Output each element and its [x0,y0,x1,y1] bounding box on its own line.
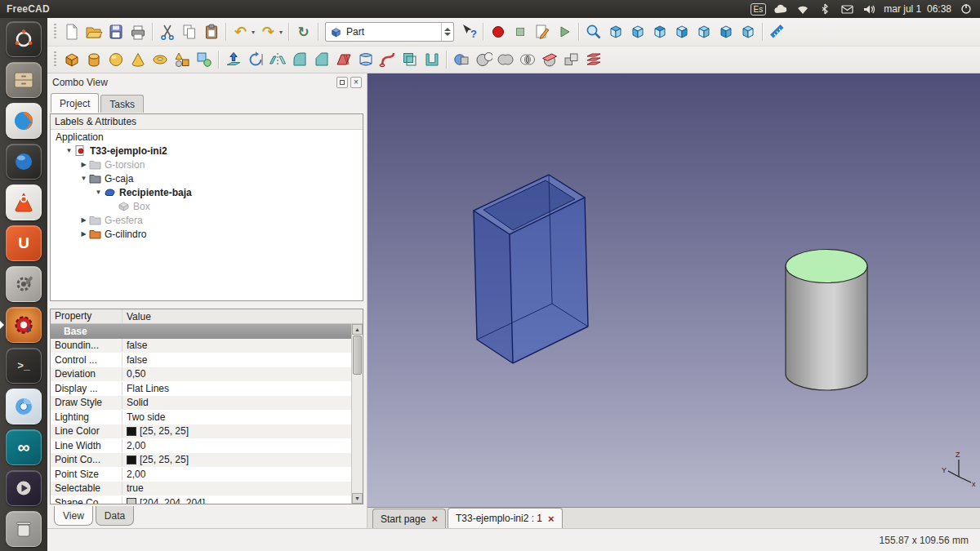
edit-cut-button[interactable] [156,21,178,42]
part-section-button[interactable] [538,49,560,70]
file-print-button[interactable] [127,21,149,42]
property-row[interactable]: Draw StyleSolid [51,396,351,411]
edit-paste-button[interactable] [200,21,222,42]
property-row[interactable]: Shape Co...[204, 204, 204] [51,495,351,504]
part-offset-button[interactable] [399,49,421,70]
workbench-spinner[interactable] [441,23,453,41]
refresh-button[interactable]: ↻ [292,21,314,42]
part-torus-button[interactable] [149,49,171,70]
mail-icon[interactable] [840,2,854,16]
file-save-button[interactable] [105,21,127,42]
property-row[interactable]: Line Color[25, 25, 25] [51,424,351,439]
macro-edit-button[interactable] [531,21,553,42]
property-row[interactable]: Deviation0,50 [51,367,351,382]
property-row[interactable]: Line Width2,00 [51,438,351,453]
view-fit-all-button[interactable] [582,21,604,42]
file-new-button[interactable] [60,21,82,42]
tab-view[interactable]: View [54,506,93,526]
property-row[interactable]: Boundin...false [51,339,351,353]
redo-dropdown-icon[interactable]: ▾ [277,29,285,36]
view-front-button[interactable] [626,21,648,42]
keyboard-layout-indicator[interactable]: Es [751,3,767,16]
tab-project[interactable]: Project [51,93,99,113]
expander-icon[interactable]: ▶ [78,230,89,238]
cylinder-object[interactable] [786,250,867,391]
part-sweep-button[interactable] [376,49,399,70]
tree-item-document[interactable]: ▼ T33-ejemplo-ini2 [51,144,363,158]
tree-root-application[interactable]: Application [51,130,363,144]
tree-item-g-caja[interactable]: ▼ G-caja [51,171,363,185]
part-cone-button[interactable] [127,49,149,70]
part-shapebuilder-button[interactable] [193,49,215,70]
part-thickness-button[interactable] [421,49,443,70]
launcher-media-player[interactable] [6,470,42,506]
tree-item-recipiente-baja[interactable]: ▼ Recipiente-baja [51,185,363,199]
launcher-firefox[interactable] [6,103,42,139]
property-row[interactable]: Display ...Flat Lines [51,381,351,396]
clock[interactable]: mar jul 1 06:38 [884,3,951,15]
redo-button[interactable]: ↷ [257,21,279,42]
tab-start-page[interactable]: Start page × [372,509,446,528]
launcher-trash[interactable] [6,511,42,547]
property-row[interactable]: LightingTwo side [51,410,351,424]
launcher-ubuntu-software[interactable]: U [6,225,42,261]
part-loft-button[interactable] [354,49,376,70]
property-row[interactable]: Control ...false [51,353,351,367]
scroll-up-icon[interactable]: ▲ [352,324,363,335]
tab-document[interactable]: T33-ejemplo-ini2 : 1 × [448,508,563,528]
launcher-terminal[interactable]: >_ [6,348,42,384]
part-mirror-button[interactable] [266,49,288,70]
part-ruled-surface-button[interactable] [332,49,354,70]
scroll-thumb[interactable] [353,335,362,375]
view-bottom-button[interactable] [715,21,737,42]
part-boolean-button[interactable] [450,49,472,70]
tab-tasks[interactable]: Tasks [100,95,144,113]
3d-viewport[interactable]: Z Y x [368,73,980,507]
part-box-button[interactable] [60,49,82,70]
file-open-button[interactable] [82,21,105,42]
edit-copy-button[interactable] [178,21,200,42]
view-axonometric-button[interactable] [604,21,626,42]
launcher-software-center[interactable] [6,184,42,220]
expander-icon[interactable]: ▶ [78,161,89,168]
expander-icon[interactable]: ▶ [78,216,89,224]
undo-button[interactable]: ↶ [229,21,252,42]
tab-close-icon[interactable]: × [431,513,438,524]
volume-icon[interactable] [862,2,876,16]
session-menu-icon[interactable] [959,2,973,16]
part-sphere-button[interactable] [105,49,127,70]
part-extrude-button[interactable] [222,49,244,70]
launcher-freecad[interactable] [6,307,42,343]
part-union-button[interactable] [494,49,516,70]
macro-record-button[interactable] [487,21,509,42]
launcher-chromium[interactable] [6,389,42,424]
tree-item-g-esfera[interactable]: ▶ G-esfera [51,213,363,227]
cloud-sync-icon[interactable] [773,2,788,16]
launcher-dash-home[interactable] [6,21,42,57]
expander-icon[interactable]: ▼ [78,175,89,182]
part-primitives-button[interactable] [171,49,193,70]
part-fillet-button[interactable] [288,49,310,70]
part-cut-button[interactable] [472,49,494,70]
property-scrollbar[interactable]: ▲ ▼ [351,324,363,504]
tree-item-box[interactable]: Box [51,199,363,213]
part-revolve-button[interactable] [244,49,266,70]
launcher-arduino-ide[interactable]: ∞ [6,429,42,465]
macro-stop-button[interactable] [509,21,531,42]
macro-play-button[interactable] [553,21,575,42]
expander-icon[interactable]: ▼ [93,189,104,196]
launcher-ubuntu-one[interactable] [6,144,42,180]
measure-distance-button[interactable] [766,21,788,42]
tree-item-g-torsion[interactable]: ▶ G-torsion [51,158,363,171]
whats-this-button[interactable]: ? [457,21,479,42]
expander-icon[interactable]: ▼ [64,147,74,154]
tree-item-g-cilindro[interactable]: ▶ G-cilindro [51,227,363,241]
tab-data[interactable]: Data [96,506,134,526]
property-row[interactable]: Point Size2,00 [51,467,351,482]
dock-close-button[interactable]: × [350,77,362,88]
launcher-system-settings[interactable] [6,266,42,302]
property-row[interactable]: Point Co...[25, 25, 25] [51,453,351,468]
part-cross-sections-button[interactable] [582,49,604,70]
view-right-button[interactable] [670,21,693,42]
view-top-button[interactable] [648,21,670,42]
